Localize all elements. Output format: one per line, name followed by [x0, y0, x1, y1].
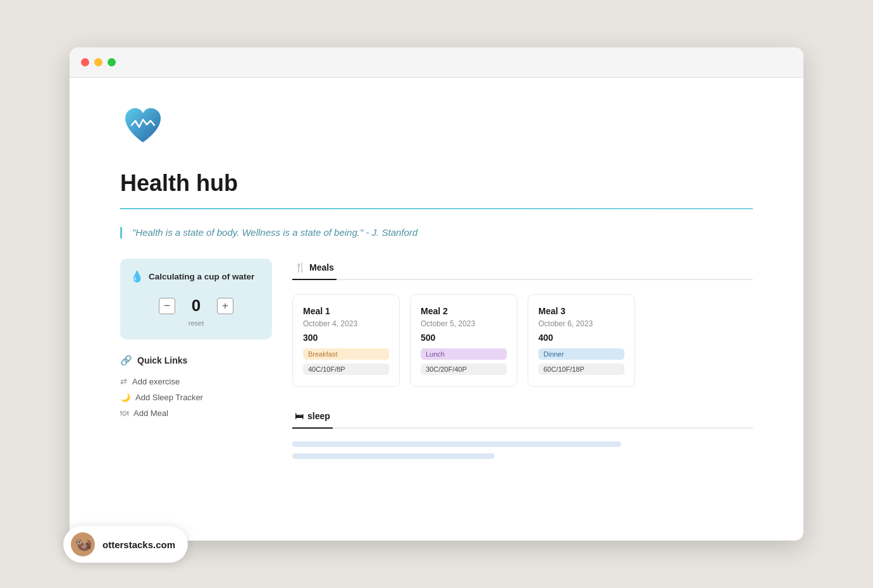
sleep-bar-2: [292, 453, 495, 459]
meal-2-date: October 5, 2023: [421, 319, 507, 328]
watermark: 🦦 otterstacks.com: [63, 526, 188, 563]
exercise-icon: ⇄: [120, 377, 127, 386]
meal-card-2: Meal 2 October 5, 2023 500 Lunch 30C/20F…: [410, 294, 517, 387]
quick-link-meal[interactable]: 🍽 Add Meal: [120, 405, 272, 421]
meal-2-name: Meal 2: [421, 306, 507, 316]
meals-tab-icon: 🍴: [295, 262, 306, 273]
counter-value: 0: [187, 296, 206, 315]
water-card: 💧 Calculating a cup of water − 0 + reset: [120, 259, 272, 340]
sleep-bar-row-2: [292, 453, 753, 459]
health-logo: [120, 103, 166, 149]
sleep-tab-label: sleep: [307, 411, 330, 421]
minimize-button[interactable]: [94, 58, 102, 66]
sleep-bars: [292, 441, 753, 459]
quick-link-meal-label: Add Meal: [133, 408, 168, 418]
counter-area: − 0 + reset: [130, 296, 262, 327]
meal-1-date: October 4, 2023: [303, 319, 389, 328]
left-sidebar: 💧 Calculating a cup of water − 0 + reset: [120, 259, 272, 424]
meal-3-tags: Dinner 60C/10F/18P: [538, 348, 624, 375]
meal-1-tags: Breakfast 40C/10F/8P: [303, 348, 389, 375]
meal-card-3: Meal 3 October 6, 2023 400 Dinner 60C/10…: [528, 294, 635, 387]
counter-plus-button[interactable]: +: [217, 298, 233, 314]
quote-text: "Health is a state of body. Wellness is …: [132, 227, 418, 238]
title-bar: [70, 47, 803, 78]
meal-1-name: Meal 1: [303, 306, 389, 316]
meal-3-type-tag: Dinner: [538, 348, 624, 360]
right-content: 🍴 Meals Meal 1 October 4, 2023 300 Break…: [292, 259, 753, 459]
meal-icon: 🍽: [120, 408, 128, 418]
main-layout: 💧 Calculating a cup of water − 0 + reset: [120, 259, 753, 459]
quick-links-label: Quick Links: [137, 355, 187, 365]
sleep-tab-bar: 🛏 sleep: [292, 407, 753, 429]
meal-1-type-tag: Breakfast: [303, 348, 389, 360]
counter-controls: − 0 +: [159, 296, 233, 315]
reset-label[interactable]: reset: [189, 319, 204, 327]
meal-card-1: Meal 1 October 4, 2023 300 Breakfast 40C…: [292, 294, 400, 387]
quick-links-card: 🔗 Quick Links ⇄ Add exercise 🌙 Add Sleep…: [120, 352, 272, 424]
meal-2-calories: 500: [421, 333, 507, 343]
browser-window: Health hub "Health is a state of body. W…: [70, 47, 803, 541]
sleep-tab-icon: 🛏: [295, 411, 304, 421]
otter-avatar: 🦦: [71, 532, 95, 556]
sleep-section: 🛏 sleep: [292, 407, 753, 459]
sleep-bar-1: [292, 441, 621, 447]
water-drop-icon: 💧: [130, 270, 144, 283]
page-title: Health hub: [120, 170, 753, 197]
quick-link-exercise-label: Add exercise: [132, 377, 180, 386]
page-content: Health hub "Health is a state of body. W…: [70, 78, 803, 497]
watermark-url: otterstacks.com: [102, 539, 175, 550]
meal-3-calories: 400: [538, 333, 624, 343]
meal-cards-container: Meal 1 October 4, 2023 300 Breakfast 40C…: [292, 294, 753, 387]
meal-3-macro-tag: 60C/10F/18P: [538, 364, 624, 375]
meal-1-macro-tag: 40C/10F/8P: [303, 364, 389, 375]
title-divider: [120, 208, 753, 209]
quick-link-exercise[interactable]: ⇄ Add exercise: [120, 374, 272, 389]
water-card-label: Calculating a cup of water: [149, 272, 254, 281]
counter-minus-button[interactable]: −: [159, 298, 175, 314]
meal-3-name: Meal 3: [538, 306, 624, 316]
meals-tab-bar: 🍴 Meals: [292, 259, 753, 280]
meal-2-macro-tag: 30C/20F/40P: [421, 364, 507, 375]
maximize-button[interactable]: [108, 58, 116, 66]
meal-1-calories: 300: [303, 333, 389, 343]
quick-link-sleep-label: Add Sleep Tracker: [135, 393, 203, 402]
logo-area: [120, 103, 753, 151]
quick-links-title: 🔗 Quick Links: [120, 355, 272, 366]
meals-tab-label: Meals: [309, 262, 334, 273]
quote-block: "Health is a state of body. Wellness is …: [120, 227, 753, 238]
meal-2-type-tag: Lunch: [421, 348, 507, 360]
sleep-bar-row-1: [292, 441, 753, 447]
meal-3-date: October 6, 2023: [538, 319, 624, 328]
close-button[interactable]: [81, 58, 89, 66]
tab-sleep[interactable]: 🛏 sleep: [292, 407, 333, 429]
sleep-icon: 🌙: [120, 393, 130, 402]
meal-2-tags: Lunch 30C/20F/40P: [421, 348, 507, 375]
water-card-title: 💧 Calculating a cup of water: [130, 270, 262, 283]
quick-link-sleep[interactable]: 🌙 Add Sleep Tracker: [120, 389, 272, 405]
tab-meals[interactable]: 🍴 Meals: [292, 259, 337, 280]
link-icon: 🔗: [120, 355, 132, 366]
